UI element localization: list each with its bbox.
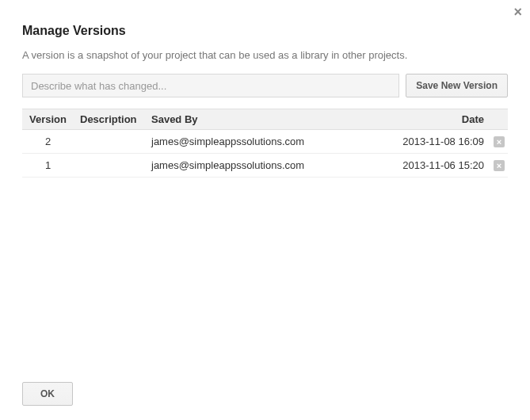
col-date: Date — [387, 109, 490, 130]
col-delete — [490, 109, 508, 130]
close-icon[interactable]: × — [513, 5, 522, 19]
cell-version: 1 — [22, 154, 74, 178]
cell-saved-by: james@simpleappssolutions.com — [145, 154, 387, 178]
new-version-row: Save New Version — [22, 74, 508, 97]
table-row: 1 james@simpleappssolutions.com 2013-11-… — [22, 154, 508, 178]
dialog-title: Manage Versions — [22, 24, 508, 38]
ok-button[interactable]: OK — [22, 382, 73, 406]
col-saved-by: Saved By — [145, 109, 387, 130]
cell-description — [74, 154, 145, 178]
delete-icon[interactable]: × — [494, 160, 505, 171]
table-header-row: Version Description Saved By Date — [22, 109, 508, 130]
table-row: 2 james@simpleappssolutions.com 2013-11-… — [22, 130, 508, 154]
col-description: Description — [74, 109, 145, 130]
col-version: Version — [22, 109, 74, 130]
versions-table: Version Description Saved By Date 2 jame… — [22, 109, 508, 178]
cell-version: 2 — [22, 130, 74, 154]
dialog-subtitle: A version is a snapshot of your project … — [22, 49, 508, 61]
delete-icon[interactable]: × — [494, 136, 505, 147]
cell-date: 2013-11-06 15:20 — [387, 154, 490, 178]
dialog-footer: OK — [22, 382, 508, 406]
spacer — [22, 178, 508, 374]
manage-versions-dialog: Manage Versions A version is a snapshot … — [0, 0, 530, 420]
save-new-version-button[interactable]: Save New Version — [406, 74, 508, 97]
describe-input[interactable] — [22, 74, 399, 97]
cell-date: 2013-11-08 16:09 — [387, 130, 490, 154]
cell-saved-by: james@simpleappssolutions.com — [145, 130, 387, 154]
cell-description — [74, 130, 145, 154]
